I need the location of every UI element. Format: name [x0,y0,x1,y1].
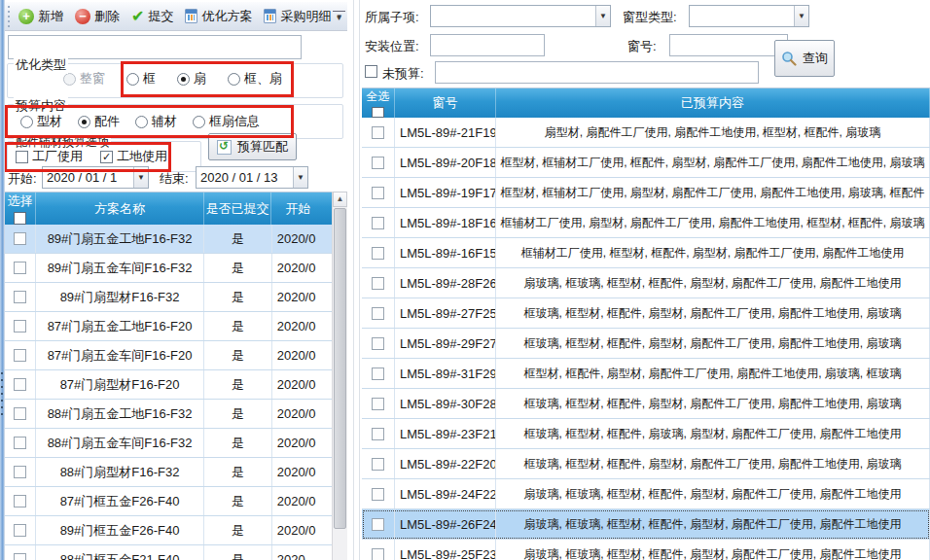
install-pos-input[interactable] [430,34,545,56]
plan-name-cell: 88#门框五金F21-F40 [36,545,204,560]
opt-type-option-整窗: 整窗 [63,70,105,88]
window-row[interactable]: LM5L-89#-22F20框玻璃, 框型材, 框配件, 扇型材, 扇配件工厂使… [362,449,930,479]
radio-icon[interactable] [135,116,148,128]
plan-row-checkbox[interactable] [14,320,26,332]
window-row[interactable]: LM5L-89#-24F22扇玻璃, 框玻璃, 框型材, 框配件, 扇型材, 扇… [362,479,930,509]
plan-row[interactable]: 87#门扇型材F16-F20是2020/0 [5,370,347,400]
window-row-checkbox[interactable] [372,518,384,531]
plan-submitted-cell: 是 [204,400,271,428]
window-row[interactable]: LM5L-89#-27F25框玻璃, 框型材, 框配件, 扇型材, 扇配件工厂使… [362,298,930,329]
checkbox-icon[interactable] [16,151,28,163]
opt-type-option-扇[interactable]: 扇 [177,70,206,88]
plan-row[interactable]: 88#门扇五金车间F16-F32是2020/0 [5,429,347,458]
plan-row-checkbox[interactable] [14,349,26,362]
select-all-plans-checkbox[interactable] [14,212,26,225]
sub-item-select[interactable]: ▼ [430,5,611,27]
plan-row-checkbox[interactable] [14,466,26,478]
opt-type-option-框[interactable]: 框 [126,70,156,88]
plan-row-checkbox[interactable] [14,553,26,560]
win-no-input[interactable] [669,34,788,56]
window-row[interactable]: LM5L-89#-30F28框玻璃, 框型材, 框配件, 扇型材, 扇配件工厂使… [362,389,930,419]
window-row[interactable]: LM5L-89#-21F19扇型材, 扇配件工厂使用, 扇配件工地使用, 框型材… [362,118,930,148]
select-all-windows-checkbox[interactable] [372,107,384,118]
window-row[interactable]: LM5L-89#-28F26扇玻璃, 框玻璃, 框型材, 框配件, 扇型材, 扇… [362,268,930,298]
sub-item-dropdown-icon[interactable]: ▼ [595,6,610,26]
plan-row[interactable]: 88#门扇型材F16-F32是2020/0 [5,458,347,487]
window-row-checkbox[interactable] [372,187,384,199]
window-row-checkbox[interactable] [372,548,384,560]
window-row[interactable]: LM5L-89#-20F18框型材, 框辅材工厂使用, 框配件, 扇型材, 扇配… [362,148,930,178]
toolbar-overflow-button[interactable]: ▼ [333,11,345,26]
radio-icon[interactable] [193,116,205,128]
window-row-checkbox[interactable] [372,277,384,290]
radio-icon[interactable] [78,116,90,128]
checkbox-icon[interactable]: ✓ [100,151,113,163]
budget-content-option-框扇信息[interactable]: 框扇信息 [193,113,260,130]
radio-icon[interactable] [20,116,33,128]
opt-type-option-框、扇[interactable]: 框、扇 [228,70,282,88]
window-row[interactable]: LM5L-89#-26F24扇玻璃, 框玻璃, 框型材, 框配件, 扇型材, 扇… [362,509,930,540]
plan-row[interactable]: 89#门框五金F26-F40是2020/0 [5,516,347,545]
toolbar-button-优化方案[interactable]: 优化方案 [179,5,258,28]
plan-row[interactable]: 88#门扇五金工地F16-F32是2020/0 [5,400,347,429]
radio-icon[interactable] [126,73,139,86]
window-row-checkbox[interactable] [372,337,384,350]
window-row-checkbox[interactable] [372,307,384,320]
window-row[interactable]: LM5L-89#-23F21框玻璃, 框型材, 框配件, 扇玻璃, 扇型材, 扇… [362,419,930,449]
start-date-picker[interactable]: 2020 / 01 / 1 ▼ [42,166,149,189]
window-row[interactable]: LM5L-89#-19F17框型材, 框辅材工厂使用, 扇型材, 扇配件工厂使用… [362,178,930,208]
budget-match-button[interactable]: 预算匹配 [208,133,297,160]
plans-scrollbar[interactable]: ▲ [332,192,347,560]
plan-row-checkbox[interactable] [14,407,26,420]
window-row[interactable]: LM5L-89#-16F15框辅材工厂使用, 框型材, 框配件, 扇型材, 扇配… [362,238,930,268]
win-type-select[interactable]: ▼ [689,5,809,27]
budget-content-option-辅材[interactable]: 辅材 [135,113,177,130]
win-type-dropdown-icon[interactable]: ▼ [794,6,808,26]
window-row[interactable]: LM5L-89#-18F16框辅材工厂使用, 扇型材, 扇配件工厂使用, 扇配件… [362,208,930,238]
query-button[interactable]: 查询 [774,40,835,77]
window-row[interactable]: LM5L-89#-31F29框型材, 框配件, 扇型材, 扇配件工厂使用, 扇配… [362,359,930,389]
plan-row[interactable]: 88#门框五金F21-F40是2020 [5,545,347,560]
toolbar-button-提交[interactable]: ✔提交 [125,4,179,28]
budget-content-option-配件[interactable]: 配件 [78,113,120,130]
window-row-checkbox[interactable] [372,247,384,260]
window-select-cell [362,298,395,328]
plan-row-checkbox[interactable] [14,495,26,508]
plan-row[interactable]: 89#门扇五金工地F16-F32是2020/0 [5,225,347,254]
plan-row-checkbox[interactable] [14,437,26,449]
plan-row-checkbox[interactable] [14,524,26,537]
window-row-checkbox[interactable] [372,458,384,471]
window-row-checkbox[interactable] [372,157,384,169]
window-row-checkbox[interactable] [372,398,384,410]
window-row-checkbox[interactable] [372,488,384,501]
plan-row[interactable]: 89#门扇型材F16-F32是2020/0 [5,283,347,312]
window-row[interactable]: LM5L-89#-25F23扇玻璃, 框玻璃, 框型材, 框配件, 扇型材, 扇… [362,540,930,560]
end-date-picker[interactable]: 2020 / 01 / 13 ▼ [196,166,308,189]
no-budget-checkbox[interactable] [365,65,377,78]
scroll-up-icon[interactable]: ▲ [333,192,347,207]
start-date-dropdown-icon[interactable]: ▼ [133,167,148,188]
scrollbar-thumb[interactable] [334,208,346,529]
window-row[interactable]: LM5L-89#-29F27框玻璃, 框型材, 框配件, 扇型材, 扇配件工厂使… [362,329,930,359]
plan-row-checkbox[interactable] [14,291,26,303]
plan-row-checkbox[interactable] [14,232,26,245]
budget-content-option-型材[interactable]: 型材 [20,113,62,130]
toolbar-button-新增[interactable]: +新增 [13,5,69,28]
window-row-checkbox[interactable] [372,126,384,139]
no-budget-input[interactable] [435,61,759,84]
plan-row[interactable]: 87#门扇五金工地F16-F20是2020/0 [5,312,347,341]
radio-icon[interactable] [228,73,240,86]
end-date-dropdown-icon[interactable]: ▼ [293,167,307,188]
end-date-value: 2020 / 01 / 13 [197,170,293,185]
toolbar-grip[interactable] [7,6,10,27]
plan-row-checkbox[interactable] [14,262,26,274]
window-row-checkbox[interactable] [372,368,384,380]
window-row-checkbox[interactable] [372,428,384,440]
window-row-checkbox[interactable] [372,217,384,229]
plan-row[interactable]: 87#门扇五金车间F16-F20是2020/0 [5,341,347,370]
plan-row[interactable]: 87#门框五金F26-F40是2020/0 [5,487,347,516]
plan-row[interactable]: 89#门扇五金车间F16-F32是2020/0 [5,254,347,283]
plan-row-checkbox[interactable] [14,378,26,391]
toolbar-button-删除[interactable]: −删除 [69,5,125,28]
radio-icon[interactable] [177,73,190,86]
